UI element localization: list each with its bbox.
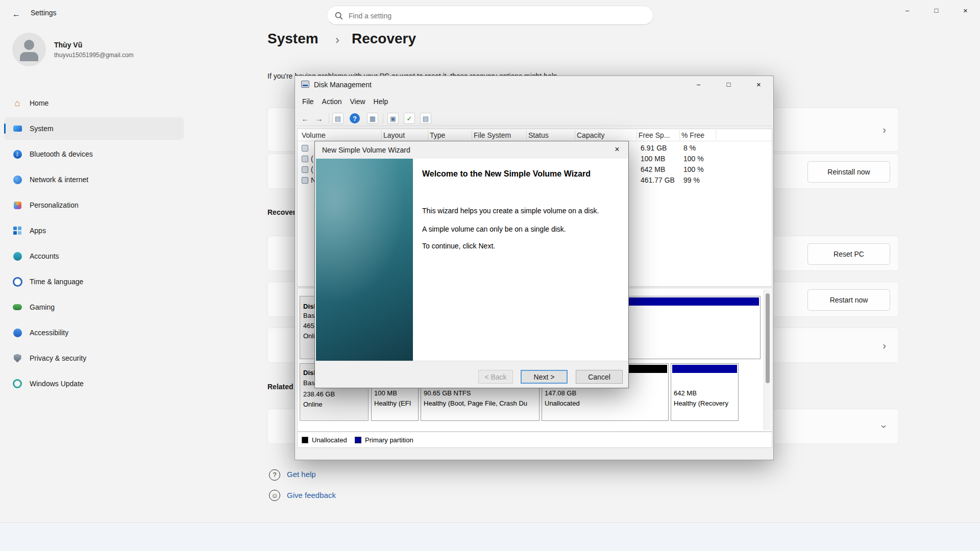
help-circle-icon: ? — [269, 469, 280, 481]
avatar-body — [20, 52, 38, 61]
back-icon[interactable]: ← — [7, 5, 26, 23]
search-icon — [334, 11, 343, 22]
minimize-icon[interactable]: – — [687, 76, 710, 93]
gaming-icon — [12, 302, 22, 312]
col-type[interactable]: Type — [430, 131, 445, 139]
col-capacity[interactable]: Capacity — [577, 131, 604, 139]
cancel-button[interactable]: Cancel — [576, 370, 623, 384]
sidebar-item-privacy[interactable]: Privacy & security — [4, 347, 184, 369]
toolbar-help-icon[interactable]: ? — [350, 113, 360, 123]
network-icon — [12, 174, 22, 185]
cell-pct-free: 99 % — [683, 176, 700, 184]
partition-size: 90.65 GB NTFS — [424, 389, 471, 397]
wizard-title: New Simple Volume Wizard — [322, 146, 410, 154]
toolbar-forward-icon[interactable]: → — [313, 112, 325, 124]
vertical-scrollbar[interactable] — [764, 289, 771, 430]
volume-icon — [302, 166, 308, 173]
col-status[interactable]: Status — [528, 131, 549, 139]
page-title: Recovery — [352, 31, 416, 47]
minimize-icon[interactable]: – — [893, 0, 922, 20]
menu-view[interactable]: View — [346, 95, 369, 108]
back-button[interactable]: < Back — [478, 370, 513, 384]
partition-bar — [672, 365, 737, 373]
legend: Unallocated Primary partition — [297, 432, 772, 448]
toolbar-check-icon[interactable]: ✓ — [404, 113, 415, 124]
feedback-icon: ☺ — [269, 490, 280, 501]
sidebar-item-bluetooth[interactable]: ᛒ Bluetooth & devices — [4, 143, 184, 165]
home-icon: ⌂ — [12, 98, 22, 108]
system-icon — [12, 123, 22, 134]
wizard-banner — [316, 159, 413, 361]
cell-free-space: 461.77 GB — [641, 176, 675, 184]
sidebar-item-network[interactable]: Network & internet — [4, 168, 184, 191]
next-button[interactable]: Next > — [521, 370, 568, 384]
toolbar-properties-icon[interactable]: ▤ — [420, 113, 431, 124]
sidebar-item-system[interactable]: System — [4, 117, 184, 140]
privacy-shield-icon — [12, 353, 22, 363]
partition-recovery[interactable]: 642 MB Healthy (Recovery — [671, 363, 739, 421]
col-free-space[interactable]: Free Sp... — [639, 131, 670, 139]
toolbar-console-tree-icon[interactable]: ▤ — [332, 113, 344, 124]
toolbar-console-icon[interactable]: ▣ — [387, 113, 399, 124]
volume-icon — [302, 177, 308, 184]
sidebar-item-windows-update[interactable]: Windows Update — [4, 372, 184, 395]
cell-pct-free: 100 % — [683, 165, 704, 173]
legend-unallocated-swatch — [302, 437, 308, 443]
col-file-system[interactable]: File System — [474, 131, 511, 139]
sidebar-item-label: System — [30, 124, 54, 133]
chevron-right-icon: › — [883, 124, 886, 136]
sidebar-item-accounts[interactable]: Accounts — [4, 245, 184, 267]
sidebar-item-label: Windows Update — [30, 380, 84, 388]
scrollbar-thumb[interactable] — [766, 293, 770, 383]
sidebar-item-personalization[interactable]: Personalization — [4, 194, 184, 216]
settings-search-box[interactable] — [327, 6, 653, 25]
sidebar-item-apps[interactable]: Apps — [4, 219, 184, 242]
menu-help[interactable]: Help — [370, 95, 393, 108]
close-icon[interactable]: × — [747, 76, 770, 93]
breadcrumb-separator: › — [335, 33, 339, 47]
sidebar-item-label: Privacy & security — [30, 354, 86, 362]
col-pct-free[interactable]: % Free — [681, 131, 704, 139]
get-help-link[interactable]: Get help — [287, 470, 316, 479]
partition-status: Healthy (Recovery — [674, 399, 728, 407]
bluetooth-icon: ᛒ — [12, 149, 22, 159]
give-feedback-link[interactable]: Give feedback — [287, 491, 336, 499]
sidebar-item-time-language[interactable]: Time & language — [4, 270, 184, 293]
reset-pc-button[interactable]: Reset PC — [807, 243, 890, 265]
col-layout[interactable]: Layout — [383, 131, 405, 139]
menu-action[interactable]: Action — [318, 95, 346, 108]
sidebar-item-label: Bluetooth & devices — [30, 150, 93, 158]
new-simple-volume-wizard: New Simple Volume Wizard × Welcome to th… — [314, 141, 629, 388]
reinstall-now-button[interactable]: Reinstall now — [807, 161, 890, 183]
avatar[interactable] — [12, 33, 46, 66]
toolbar-divider — [383, 113, 383, 123]
wizard-content: Welcome to the New Simple Volume Wizard … — [413, 159, 628, 361]
search-input[interactable] — [348, 8, 635, 23]
sidebar-item-home[interactable]: ⌂ Home — [4, 92, 184, 114]
partition-status: Healthy (Boot, Page File, Crash Du — [424, 399, 527, 407]
disk-management-app-icon — [301, 81, 309, 88]
menu-file[interactable]: File — [298, 95, 318, 108]
close-icon[interactable]: × — [951, 0, 980, 20]
partition-size: 100 MB — [374, 389, 397, 397]
cell-volume: ( — [311, 165, 313, 173]
desktop: ← Settings – □ × Thùy Vũ thuyvu15051995@… — [0, 0, 980, 551]
breadcrumb-root[interactable]: System — [267, 31, 318, 47]
col-volume[interactable]: Volume — [302, 131, 326, 139]
disk-management-title: Disk Management — [314, 81, 372, 89]
sidebar-item-gaming[interactable]: Gaming — [4, 296, 184, 318]
sidebar-item-accessibility[interactable]: Accessibility — [4, 321, 184, 344]
restart-now-button[interactable]: Restart now — [807, 289, 890, 311]
cell-free-space: 642 MB — [641, 165, 665, 173]
disk1-status: Online — [303, 400, 323, 408]
sidebar-item-label: Gaming — [30, 303, 55, 311]
chevron-down-icon: › — [878, 424, 890, 428]
windows-update-icon — [12, 379, 22, 389]
sidebar-item-label: Personalization — [30, 201, 79, 209]
maximize-icon[interactable]: □ — [922, 0, 951, 20]
taskbar: 7 36°C Nhiều mây Search — [0, 522, 980, 551]
toolbar-back-icon[interactable]: ← — [299, 112, 311, 124]
toolbar-detail-view-icon[interactable]: ▦ — [367, 113, 378, 124]
close-icon[interactable]: × — [606, 141, 628, 158]
maximize-icon[interactable]: □ — [717, 76, 740, 93]
